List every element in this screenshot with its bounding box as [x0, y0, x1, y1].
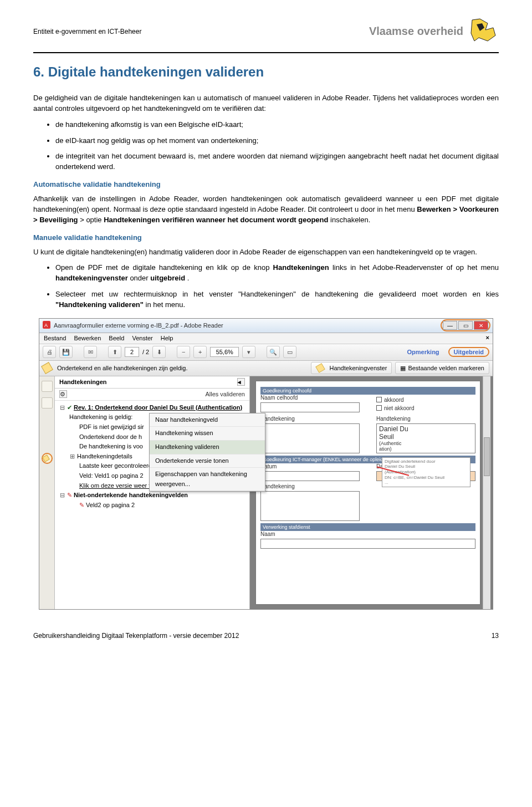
- save-icon[interactable]: 💾: [59, 346, 73, 358]
- checkbox[interactable]: [376, 397, 382, 402]
- auto-paragraph: Afhankelijk van de instellingen in Adobe…: [33, 194, 499, 226]
- page-header: Entiteit e-government en ICT-Beheer Vlaa…: [33, 17, 499, 45]
- page-title: 6. Digitale handtekeningen valideren: [33, 64, 499, 80]
- menubar-close-icon[interactable]: ×: [486, 334, 489, 341]
- intro-paragraph: De geldigheid van de digitale handtekeni…: [33, 93, 499, 114]
- close-button[interactable]: ✕: [474, 321, 488, 330]
- signatures-panel-icon[interactable]: [42, 453, 53, 464]
- header-rule: [33, 52, 499, 53]
- panel-collapse-icon[interactable]: ◂: [237, 378, 245, 386]
- menubar: Bestand Bewerken Beeld Venster Help ×: [39, 333, 493, 344]
- handtekeningvenster-button[interactable]: Handtekeningvenster: [311, 362, 392, 374]
- zoom-input[interactable]: [210, 347, 239, 357]
- field-label: Naam: [260, 531, 475, 537]
- highlight-icon: ▦: [400, 365, 406, 372]
- field-label: Handtekening: [260, 483, 360, 489]
- vertical-scrollbar[interactable]: [483, 376, 490, 609]
- unsigned-node[interactable]: Niet-ondertekende handtekeningvelden: [74, 492, 188, 498]
- form-field[interactable]: [260, 539, 475, 549]
- menu-item[interactable]: Bestand: [44, 335, 66, 341]
- thumbnails-icon[interactable]: [42, 381, 53, 392]
- svg-text:A: A: [44, 323, 48, 328]
- signature-field[interactable]: [260, 423, 360, 453]
- menu-item[interactable]: Bewerken: [74, 335, 101, 341]
- signatures-panel: Handtekeningen ◂ ⚙ Alles valideren ⊟✔ Re…: [55, 376, 250, 609]
- ctx-show-version[interactable]: Ondertekende versie tonen: [150, 454, 265, 468]
- menu-item[interactable]: Venster: [132, 335, 152, 341]
- page-total: / 2: [142, 349, 149, 355]
- signature-field[interactable]: [260, 491, 360, 521]
- ctx-goto[interactable]: Naar handtekeningveld: [150, 413, 265, 427]
- ctx-clear[interactable]: Handtekening wissen: [150, 427, 265, 441]
- signature-tree: ⊟✔ Rev. 1: Ondertekend door Daniel Du Se…: [55, 401, 249, 515]
- zoom-out-icon[interactable]: −: [177, 346, 190, 358]
- field-label: Handtekening: [376, 416, 475, 422]
- checks-list: de handtekening afkomstig is van een Bel…: [33, 120, 499, 172]
- tree-row[interactable]: Veld2 op pagina 2: [86, 502, 135, 508]
- rev1-node[interactable]: Rev. 1: Ondertekend door Daniel Du Seuil…: [74, 404, 242, 411]
- zoom-dropdown-icon[interactable]: ▾: [242, 346, 255, 358]
- tool-icon[interactable]: ▭: [283, 346, 296, 358]
- zoom-in-icon[interactable]: +: [193, 346, 207, 358]
- ctx-properties[interactable]: Eigenschappen van handtekening weergeven…: [150, 468, 265, 491]
- field-label: Datum: [260, 463, 360, 469]
- entity-text: Entiteit e-government en ICT-Beheer: [33, 17, 141, 35]
- print-icon[interactable]: 🖨: [43, 346, 56, 358]
- main-toolbar: 🖨 💾 ✉ ⬆ / 2 ⬇ − + ▾ 🔍 ▭ Opmerking Uitgeb…: [39, 344, 493, 361]
- subheading-auto: Automatische validatie handtekening: [33, 180, 499, 188]
- menu-item[interactable]: Beeld: [109, 335, 124, 341]
- uitgebreid-link[interactable]: Uitgebreid: [448, 347, 489, 357]
- footer-page-number: 13: [492, 632, 499, 640]
- bestaande-velden-button[interactable]: ▦ Bestaande velden markeren: [395, 362, 489, 374]
- minimize-button[interactable]: —: [443, 321, 457, 330]
- field-label: Naam celhoofd: [260, 395, 360, 401]
- field-label: Handtekening: [260, 416, 360, 422]
- brand: Vlaamse overheid: [369, 17, 499, 45]
- section-title: Goedkeuring celhoofd: [260, 387, 475, 395]
- menu-item[interactable]: Help: [161, 335, 173, 341]
- panel-options-icon[interactable]: ⚙: [59, 390, 67, 398]
- list-item: de handtekening afkomstig is van een Bel…: [55, 120, 499, 130]
- adobe-reader-window: A Aanvraagformulier externe vorming e-IB…: [39, 318, 493, 610]
- bookmarks-icon[interactable]: [42, 397, 53, 408]
- lion-logo-icon: [469, 17, 499, 45]
- page-down-icon[interactable]: ⬇: [152, 346, 166, 358]
- validate-all-link[interactable]: Alles valideren: [205, 391, 245, 397]
- signature-message-bar: Ondertekend en alle handtekeningen zijn …: [39, 361, 493, 376]
- document-viewport[interactable]: Goedkeuring celhoofd Naam celhoofd akkoo…: [250, 376, 493, 609]
- list-item: Selecteer met uw rechtermuisknop in het …: [55, 289, 499, 310]
- signature-valid-icon: [41, 362, 53, 374]
- pen-icon: [42, 454, 50, 462]
- window-title: Aanvraagformulier externe vorming e-IB_2…: [54, 322, 223, 329]
- form-field[interactable]: [260, 471, 360, 481]
- footer-left: Gebruikershandleiding Digitaal Tekenplat…: [33, 632, 239, 640]
- window-control-group: — ▭ ✕: [441, 319, 490, 331]
- option-name: Handtekeningen verifiëren wanneer het do…: [104, 216, 328, 224]
- form-field[interactable]: [260, 402, 360, 412]
- maximize-button[interactable]: ▭: [458, 321, 473, 330]
- signature-status-text: Ondertekend en alle handtekeningen zijn …: [57, 365, 187, 371]
- page-up-icon[interactable]: ⬆: [108, 346, 121, 358]
- opmerking-link[interactable]: Opmerking: [407, 349, 439, 355]
- ctx-validate[interactable]: Handtekening valideren: [150, 441, 265, 454]
- manual-paragraph: U kunt de digitale handtekening(en) hand…: [33, 247, 499, 258]
- window-titlebar: A Aanvraagformulier externe vorming e-IB…: [39, 319, 493, 333]
- find-icon[interactable]: 🔍: [267, 346, 280, 358]
- tree-row[interactable]: Handtekeningdetails: [77, 453, 132, 459]
- signature-field-signed[interactable]: Daniel Du Seuil (Authentic ation): [376, 423, 475, 453]
- list-item: de eID-kaart nog geldig was op het momen…: [55, 136, 499, 146]
- left-nav-bar: [39, 376, 55, 609]
- brand-name: Vlaamse overheid: [369, 25, 463, 38]
- pen-icon: [316, 364, 325, 373]
- list-item: de integriteit van het document bewaard …: [55, 151, 499, 172]
- scrollbar-thumb[interactable]: [484, 437, 490, 476]
- subheading-manual: Manuele validatie handtekening: [33, 233, 499, 242]
- page-footer: Gebruikershandleiding Digitaal Tekenplat…: [33, 632, 499, 640]
- adobe-main: Handtekeningen ◂ ⚙ Alles valideren ⊟✔ Re…: [39, 376, 493, 609]
- pdf-page: Goedkeuring celhoofd Naam celhoofd akkoo…: [255, 381, 480, 605]
- list-item: Open de PDF met de digitale handtekening…: [55, 263, 499, 284]
- mail-icon[interactable]: ✉: [84, 346, 97, 358]
- context-menu: Naar handtekeningveld Handtekening wisse…: [149, 413, 265, 492]
- checkbox[interactable]: [376, 405, 382, 411]
- page-number-input[interactable]: [125, 347, 139, 357]
